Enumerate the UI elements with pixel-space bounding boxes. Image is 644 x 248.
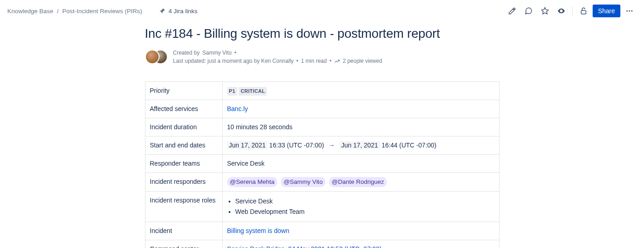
more-actions-button[interactable] [622, 4, 637, 18]
svg-marker-0 [541, 8, 548, 14]
incident-link[interactable]: Billing system is down [227, 227, 290, 234]
comment-icon [524, 7, 533, 15]
created-by-author[interactable]: Sammy Vito [202, 49, 231, 57]
value-teams: Service Desk [222, 155, 499, 173]
svg-point-4 [631, 10, 633, 12]
session-link[interactable]: Service Desk Bridge, 04 May 2021 10:52 (… [227, 245, 382, 248]
comment-button[interactable] [521, 4, 536, 18]
edit-button[interactable] [505, 4, 519, 18]
more-icon [625, 7, 634, 15]
label-priority: Priority [145, 82, 222, 100]
jira-links-label: Jira links [174, 8, 198, 15]
eye-icon [557, 7, 565, 15]
pin-icon [159, 7, 166, 15]
list-item: Web Development Team [235, 207, 494, 217]
created-by-label: Created by [173, 49, 200, 57]
value-responders: @Serena Mehta @Sammy Vito @Dante Rodrigu… [222, 173, 499, 192]
affected-service-link[interactable]: Banc.ly [227, 105, 248, 112]
value-priority: P1 CRITICAL [222, 82, 499, 100]
toolbar-divider [572, 6, 573, 15]
avatar-stack[interactable] [145, 50, 167, 64]
jira-links[interactable]: 4 Jira links [159, 7, 198, 15]
viewers-count[interactable]: 2 people viewed [343, 57, 382, 65]
mention[interactable]: @Serena Mehta [227, 177, 278, 187]
priority-severity-badge: CRITICAL [239, 87, 267, 96]
label-incident: Incident [145, 222, 222, 240]
end-date-chip: Jun 17, 2021 [339, 141, 380, 149]
value-dates: Jun 17, 2021 16:33 (UTC -07:00) → Jun 17… [222, 137, 499, 155]
star-button[interactable] [538, 4, 552, 18]
label-affected-services: Affected services [145, 100, 222, 118]
mention[interactable]: @Sammy Vito [281, 177, 325, 187]
breadcrumb-root[interactable]: Knowledge Base [7, 8, 53, 15]
label-roles: Incident response roles [145, 192, 222, 222]
page-title: Inc #184 - Billing system is down - post… [145, 25, 499, 41]
list-item: Service Desk [235, 197, 494, 206]
priority-p1-badge: P1 [227, 87, 237, 96]
label-duration: Incident duration [145, 118, 222, 137]
label-teams: Responder teams [145, 155, 222, 173]
start-date-chip: Jun 17, 2021 [227, 141, 268, 149]
mention[interactable]: @Dante Rodriguez [329, 177, 387, 187]
breadcrumb-separator: / [57, 8, 59, 15]
breadcrumb: Knowledge Base / Post-Incident Reviews (… [7, 8, 142, 15]
svg-point-2 [626, 10, 628, 12]
restrictions-button[interactable] [576, 4, 591, 18]
value-roles: Service Desk Web Development Team [222, 192, 499, 222]
read-time: 1 min read [301, 57, 327, 65]
star-icon [541, 7, 549, 15]
label-dates: Start and end dates [145, 137, 222, 155]
watch-button[interactable] [554, 4, 569, 18]
pencil-icon [508, 7, 516, 15]
svg-rect-1 [581, 10, 586, 14]
svg-point-3 [629, 10, 630, 12]
avatar[interactable] [145, 50, 160, 64]
value-duration: 10 minutes 28 seconds [222, 118, 499, 137]
metadata-table: Priority P1 CRITICAL Affected services B… [145, 81, 499, 248]
byline: Created by Sammy Vito • Last updated: ju… [173, 49, 382, 65]
analytics-icon [334, 58, 340, 64]
start-time: 16:33 (UTC -07:00) [269, 142, 324, 149]
arrow-icon: → [329, 142, 335, 149]
breadcrumb-current[interactable]: Post-Incident Reviews (PIRs) [62, 8, 142, 15]
label-responders: Incident responders [145, 173, 222, 192]
label-sessions: Command center sessions [145, 240, 222, 248]
lock-open-icon [579, 7, 588, 15]
end-time: 16:44 (UTC -07:00) [382, 142, 437, 149]
last-updated-label: Last updated: [173, 58, 208, 64]
last-updated-value[interactable]: just a moment ago by Ken Connally [208, 58, 294, 64]
share-button[interactable]: Share [593, 5, 620, 17]
jira-links-count: 4 [169, 8, 172, 15]
